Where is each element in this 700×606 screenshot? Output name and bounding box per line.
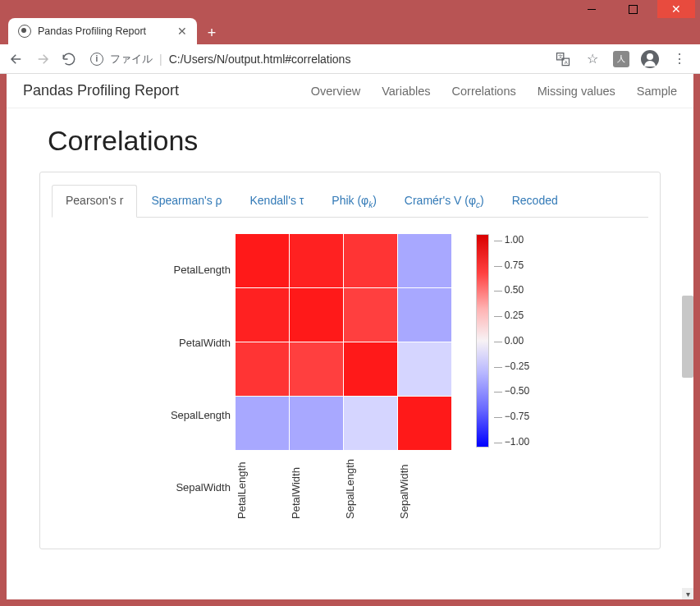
tab-pearson-s-r[interactable]: Pearson's r bbox=[52, 185, 137, 218]
tab-spearman-s-[interactable]: Spearman's ρ bbox=[137, 185, 236, 218]
colorbar-tick: −0.75 bbox=[494, 411, 529, 422]
brand-title: Pandas Profiling Report bbox=[23, 82, 179, 99]
tab-recoded[interactable]: Recoded bbox=[498, 185, 572, 218]
correlations-panel: Pearson's rSpearman's ρKendall's τPhik (… bbox=[39, 172, 661, 549]
heatmap-cell bbox=[236, 288, 289, 342]
heatmap-xlabel: SepalLength bbox=[344, 450, 397, 524]
tab-kendall-s-[interactable]: Kendall's τ bbox=[236, 185, 318, 218]
heatmap-plot: PetalLengthPetalWidthSepalLengthSepalWid… bbox=[52, 234, 648, 524]
window-close-button[interactable] bbox=[657, 0, 695, 18]
reader-icon[interactable]: 人 bbox=[613, 51, 629, 67]
heatmap-ylabel: SepalLength bbox=[171, 388, 231, 442]
scrollbar-thumb[interactable] bbox=[682, 296, 693, 378]
heatmap-cell bbox=[236, 342, 289, 396]
nav-reload-button[interactable] bbox=[61, 51, 77, 67]
heatmap-cell bbox=[290, 342, 343, 396]
heatmap-cell bbox=[290, 234, 343, 287]
heatmap-cell bbox=[398, 397, 451, 450]
colorbar-tick: 0.00 bbox=[494, 335, 529, 347]
colorbar bbox=[476, 234, 489, 448]
scrollbar-down-button[interactable]: ▾ bbox=[682, 588, 693, 599]
colorbar-tick: 0.75 bbox=[494, 259, 529, 271]
heatmap-ylabel: PetalWidth bbox=[171, 316, 231, 370]
colorbar-tick: −0.50 bbox=[494, 385, 529, 397]
url-protocol-label: ファイル bbox=[110, 52, 153, 67]
browser-menu-icon[interactable]: ⋮ bbox=[670, 50, 689, 68]
nav-link-variables[interactable]: Variables bbox=[382, 85, 430, 98]
heatmap-cell bbox=[398, 288, 451, 342]
heatmap-ylabel: SepalWidth bbox=[171, 461, 231, 514]
heatmap-cell bbox=[344, 288, 397, 342]
url-text: C:/Users/N/output.html#correlations bbox=[169, 53, 351, 66]
heatmap-cell bbox=[236, 397, 289, 450]
nav-link-sample[interactable]: Sample bbox=[637, 85, 677, 98]
heatmap-cell bbox=[398, 234, 451, 287]
heatmap-cell bbox=[290, 288, 343, 342]
nav-forward-button[interactable] bbox=[34, 51, 51, 67]
address-bar[interactable]: i ファイル | C:/Users/N/output.html#correlat… bbox=[87, 52, 544, 67]
nav-link-correlations[interactable]: Correlations bbox=[452, 85, 516, 98]
translate-icon[interactable]: 文A bbox=[554, 50, 572, 68]
colorbar-tick: −1.00 bbox=[494, 436, 529, 448]
tab-cram-r-s-v-[interactable]: Cramér's V (φc) bbox=[391, 185, 498, 218]
tab-phik-[interactable]: Phik (φk) bbox=[318, 185, 391, 218]
browser-tab[interactable]: Pandas Profiling Report ✕ bbox=[8, 18, 197, 44]
heatmap-cell bbox=[290, 397, 343, 450]
favicon-icon bbox=[18, 25, 31, 38]
tab-close-icon[interactable]: ✕ bbox=[177, 25, 187, 38]
heatmap-cell bbox=[344, 234, 397, 287]
nav-links: Overview Variables Correlations Missing … bbox=[311, 85, 677, 98]
colorbar-tick: 1.00 bbox=[494, 234, 529, 246]
heatmap-cell bbox=[344, 342, 397, 396]
window-minimize-button[interactable] bbox=[575, 0, 608, 18]
site-info-icon[interactable]: i bbox=[90, 53, 103, 66]
section-heading: Correlations bbox=[48, 125, 652, 157]
tab-title: Pandas Profiling Report bbox=[38, 25, 146, 37]
profile-avatar-icon[interactable] bbox=[641, 50, 659, 68]
nav-back-button[interactable] bbox=[8, 51, 25, 67]
heatmap-cell bbox=[344, 397, 397, 450]
heatmap-ylabel: PetalLength bbox=[171, 243, 231, 296]
window-maximize-button[interactable] bbox=[616, 0, 649, 18]
nav-link-missing[interactable]: Missing values bbox=[538, 85, 615, 98]
heatmap-cell bbox=[398, 342, 451, 396]
colorbar-tick: 0.50 bbox=[494, 284, 529, 296]
svg-text:文: 文 bbox=[558, 53, 563, 59]
colorbar-tick: 0.25 bbox=[494, 310, 529, 321]
heatmap-xlabel: PetalWidth bbox=[290, 450, 343, 524]
colorbar-tick: −0.25 bbox=[494, 360, 529, 372]
heatmap-xlabel: PetalLength bbox=[236, 450, 289, 524]
heatmap-xlabel: SepalWidth bbox=[398, 450, 451, 524]
bookmark-icon[interactable]: ☆ bbox=[583, 50, 602, 68]
svg-text:A: A bbox=[565, 59, 568, 64]
new-tab-button[interactable]: + bbox=[200, 21, 223, 44]
nav-link-overview[interactable]: Overview bbox=[311, 85, 360, 98]
heatmap-cell bbox=[236, 234, 289, 287]
